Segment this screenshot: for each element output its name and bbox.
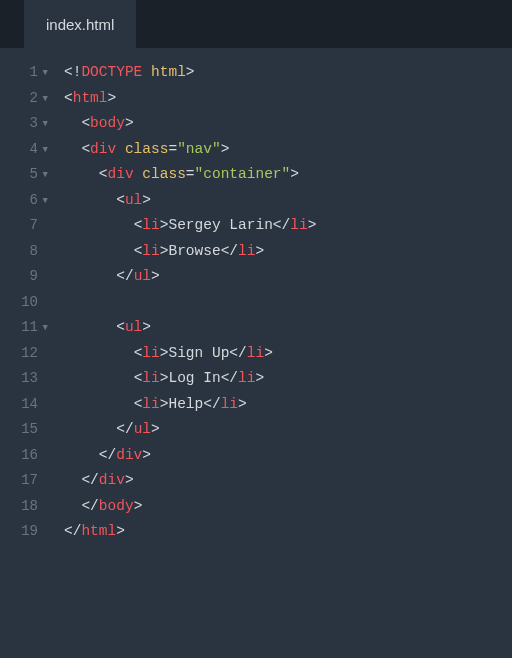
token-tag-name: li (238, 370, 255, 386)
line-number: 6▼ (0, 188, 38, 214)
code-line[interactable]: <li>Sign Up</li> (64, 341, 512, 367)
token-tag-name: div (90, 141, 116, 157)
token-tag-name: li (290, 217, 307, 233)
token-text-content: Help (168, 396, 203, 412)
code-line[interactable] (64, 290, 512, 316)
line-number: 19 (0, 519, 38, 545)
token-attr-name: class (125, 141, 169, 157)
code-line[interactable]: <li>Browse</li> (64, 239, 512, 265)
token-bracket: > (186, 64, 195, 80)
token-bracket: > (125, 472, 134, 488)
line-number: 18 (0, 494, 38, 520)
code-area[interactable]: <!DOCTYPE html><html> <body> <div class=… (48, 60, 512, 658)
fold-arrow-icon[interactable]: ▼ (43, 87, 48, 113)
code-line[interactable]: <!DOCTYPE html> (64, 60, 512, 86)
token-bracket: <! (64, 64, 81, 80)
token-tag-name: li (142, 396, 159, 412)
code-line[interactable]: </ul> (64, 264, 512, 290)
code-line[interactable]: <div class="nav"> (64, 137, 512, 163)
token-bracket: > (108, 90, 117, 106)
line-number: 12 (0, 341, 38, 367)
code-line[interactable]: </html> (64, 519, 512, 545)
code-editor[interactable]: 1▼2▼3▼4▼5▼6▼7891011▼1213141516171819 <!D… (0, 48, 512, 658)
token-bracket: </ (221, 370, 238, 386)
fold-arrow-icon[interactable]: ▼ (43, 112, 48, 138)
code-line[interactable]: <ul> (64, 315, 512, 341)
fold-arrow-icon[interactable]: ▼ (43, 61, 48, 87)
line-number: 14 (0, 392, 38, 418)
token-text-content: Sign Up (168, 345, 229, 361)
code-line[interactable]: <li>Sergey Larin</li> (64, 213, 512, 239)
token-bracket: > (290, 166, 299, 182)
token-tag-name: div (99, 472, 125, 488)
line-number: 1▼ (0, 60, 38, 86)
code-line[interactable]: <div class="container"> (64, 162, 512, 188)
token-bracket: > (116, 523, 125, 539)
token-bracket: < (116, 319, 125, 335)
fold-arrow-icon[interactable]: ▼ (43, 138, 48, 164)
token-bracket: </ (203, 396, 220, 412)
token-bracket: </ (116, 268, 133, 284)
token-tag-name: body (99, 498, 134, 514)
token-bracket: > (255, 243, 264, 259)
line-number: 3▼ (0, 111, 38, 137)
token-tag-name: div (108, 166, 134, 182)
token-bracket: > (238, 396, 247, 412)
fold-arrow-icon[interactable]: ▼ (43, 316, 48, 342)
token-bracket: </ (273, 217, 290, 233)
token-attr-val: "nav" (177, 141, 221, 157)
line-number: 9 (0, 264, 38, 290)
token-doctype-bang: DOCTYPE (81, 64, 142, 80)
code-line[interactable]: </div> (64, 443, 512, 469)
fold-arrow-icon[interactable]: ▼ (43, 163, 48, 189)
token-tag-name: li (247, 345, 264, 361)
fold-arrow-icon[interactable]: ▼ (43, 189, 48, 215)
token-tag-name: li (142, 243, 159, 259)
token-bracket: > (151, 421, 160, 437)
token-tag-name: ul (134, 421, 151, 437)
line-number: 8 (0, 239, 38, 265)
token-bracket: > (142, 319, 151, 335)
token-text-content: Sergey Larin (168, 217, 272, 233)
token-bracket: > (142, 447, 151, 463)
code-line[interactable]: </div> (64, 468, 512, 494)
token-attr-eq: = (186, 166, 195, 182)
token-tag-name: ul (125, 319, 142, 335)
token-bracket: </ (64, 523, 81, 539)
token-tag-name: body (90, 115, 125, 131)
token-tag-name: li (142, 217, 159, 233)
token-tag-name: li (142, 370, 159, 386)
code-line[interactable]: <li>Help</li> (64, 392, 512, 418)
token-bracket: </ (221, 243, 238, 259)
code-line[interactable]: </body> (64, 494, 512, 520)
code-line[interactable]: <li>Log In</li> (64, 366, 512, 392)
token-bracket: > (151, 268, 160, 284)
line-number: 17 (0, 468, 38, 494)
token-bracket: > (221, 141, 230, 157)
tab-index-html[interactable]: index.html (24, 0, 136, 48)
token-bracket: > (142, 192, 151, 208)
token-tag-name: li (142, 345, 159, 361)
line-number: 4▼ (0, 137, 38, 163)
code-line[interactable]: </ul> (64, 417, 512, 443)
token-bracket: </ (229, 345, 246, 361)
token-bracket: > (264, 345, 273, 361)
token-bracket: </ (81, 472, 98, 488)
line-number: 2▼ (0, 86, 38, 112)
code-line[interactable]: <html> (64, 86, 512, 112)
line-number: 15 (0, 417, 38, 443)
line-number: 11▼ (0, 315, 38, 341)
code-line[interactable]: <ul> (64, 188, 512, 214)
token-tag-name: ul (125, 192, 142, 208)
token-bracket: </ (116, 421, 133, 437)
token-text-content: Log In (168, 370, 220, 386)
code-line[interactable]: <body> (64, 111, 512, 137)
token-bracket: < (99, 166, 108, 182)
tab-label: index.html (46, 16, 114, 33)
line-number: 16 (0, 443, 38, 469)
token-text-content: Browse (168, 243, 220, 259)
line-number: 7 (0, 213, 38, 239)
token-bracket: </ (99, 447, 116, 463)
token-html-kw: html (151, 64, 186, 80)
line-number: 13 (0, 366, 38, 392)
